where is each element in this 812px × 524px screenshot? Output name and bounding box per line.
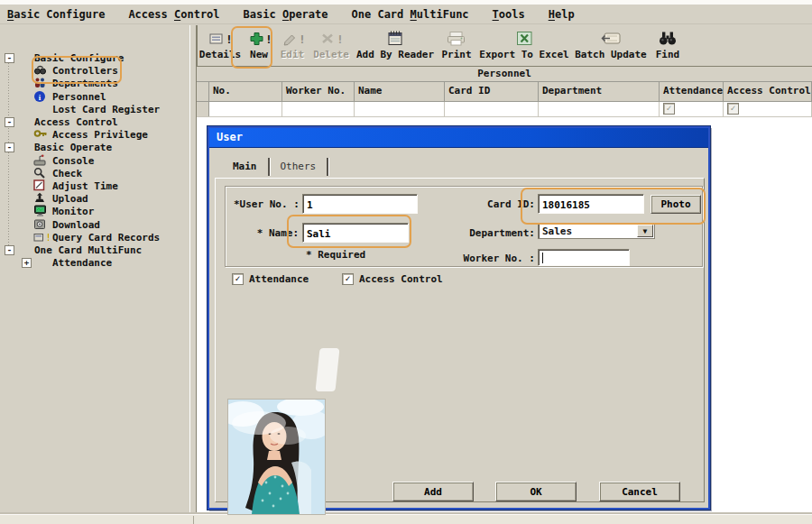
- checkbox-label: Attendance: [249, 273, 309, 285]
- tree-item-label: Lost Card Register: [52, 104, 160, 115]
- card-id-label: Card ID:: [441, 198, 535, 210]
- tree-item-label: One Card MultiFunc: [34, 244, 142, 256]
- toolbar-button-add-by-reader[interactable]: Add By Reader: [355, 27, 435, 65]
- tab-main[interactable]: Main: [226, 158, 264, 176]
- edit-icon: !: [281, 27, 304, 49]
- tree-item-download[interactable]: Download: [0, 219, 189, 232]
- tree-item-lost-card-register[interactable]: Lost Card Register: [0, 104, 189, 116]
- svg-text:!: !: [46, 231, 50, 243]
- checkbox-access-control[interactable]: ✓Access Control: [342, 272, 443, 285]
- chevron-down-icon[interactable]: ▼: [637, 225, 653, 237]
- add-button[interactable]: Add: [392, 482, 474, 501]
- card-id-input[interactable]: [538, 194, 644, 214]
- toolbar-button-print[interactable]: Print: [438, 27, 475, 65]
- tree-item-adjust-time[interactable]: Adjust Time: [0, 180, 189, 193]
- tab-others[interactable]: Others: [273, 158, 324, 176]
- minus-expander-icon[interactable]: -: [5, 245, 14, 255]
- grid-column-header-card-id[interactable]: Card ID: [445, 82, 539, 101]
- departments-icon: [33, 77, 48, 89]
- tree-item-access-privilege[interactable]: Access Privilege: [0, 129, 189, 142]
- checkbox-box-access-control[interactable]: ✓: [342, 273, 354, 285]
- tree-item-basic-configure[interactable]: -Basic Configure: [0, 52, 189, 65]
- grid-column-header-no[interactable]: No.: [209, 82, 282, 101]
- console-icon: [33, 154, 48, 167]
- user-photo-image: [228, 400, 325, 514]
- grid-cell: [445, 102, 539, 116]
- grid-column-header-worker-no[interactable]: Worker No.: [282, 82, 355, 101]
- grid-column-header-attendance[interactable]: Attendance: [660, 82, 724, 101]
- toolbar-button-new[interactable]: !New: [244, 27, 274, 65]
- grid-cell: ✓: [724, 102, 812, 116]
- monitor-icon: [33, 205, 48, 217]
- toolbar-button-export-to-excel[interactable]: Export To Excel: [478, 27, 570, 65]
- dialog-titlebar[interactable]: User: [209, 128, 708, 148]
- tree-item-personnel[interactable]: iPersonnel: [0, 91, 189, 104]
- find-icon: [658, 27, 678, 49]
- tree-item-label: Check: [52, 168, 82, 179]
- tree-item-check[interactable]: Check: [0, 168, 189, 180]
- menu-item-basic-configure[interactable]: Basic Configure: [7, 8, 105, 21]
- toolbar-button-find[interactable]: Find: [651, 27, 684, 65]
- add-by-reader-icon: [386, 27, 404, 49]
- user-photo: [227, 399, 326, 515]
- grid-title: Personnel: [197, 67, 812, 82]
- department-select[interactable]: Sales ▼: [538, 223, 655, 239]
- department-label: Department:: [441, 227, 535, 239]
- tree-item-label: Access Privilege: [52, 129, 148, 141]
- menu-item-one-card-multifunc[interactable]: One Card MultiFunc: [352, 8, 469, 21]
- grid-empty-row[interactable]: ✓✓: [197, 102, 812, 117]
- menu-item-access-control[interactable]: Access Control: [128, 8, 219, 21]
- minus-expander-icon[interactable]: -: [5, 117, 14, 127]
- tree-item-basic-operate[interactable]: -Basic Operate: [0, 142, 189, 154]
- tree-item-label: Controllers: [52, 65, 118, 77]
- checkbox-attendance[interactable]: ✓Attendance: [232, 272, 309, 285]
- grid-cell: ✓: [660, 102, 724, 116]
- print-icon: [446, 27, 467, 49]
- worker-no-input[interactable]: [538, 249, 630, 266]
- minus-expander-icon[interactable]: -: [5, 53, 14, 63]
- menu-item-basic-operate[interactable]: Basic Operate: [244, 8, 328, 21]
- tree-item-query-card-records[interactable]: !Query Card Records: [0, 232, 189, 244]
- user-no-input[interactable]: [302, 194, 418, 214]
- photo-button[interactable]: Photo: [651, 195, 701, 214]
- cancel-button[interactable]: Cancel: [599, 482, 680, 501]
- toolbar: !Details!New!Edit!DeleteAdd By ReaderPri…: [197, 25, 812, 66]
- controllers-icon: [33, 64, 48, 77]
- application-window: Basic ConfigureAccess ControlBasic Opera…: [0, 0, 812, 524]
- worker-no-label: Worker No. :: [441, 253, 535, 264]
- details-icon: !: [209, 27, 231, 49]
- personnel-icon: i: [33, 90, 48, 103]
- tree-item-controllers[interactable]: Controllers: [0, 65, 189, 78]
- adjust-time-icon: [33, 179, 48, 192]
- tab-separator: [327, 158, 328, 176]
- tree-item-console[interactable]: Console: [0, 155, 189, 168]
- menu-item-help[interactable]: Help: [549, 8, 575, 21]
- toolbar-button-batch-update[interactable]: Batch Update: [574, 27, 648, 65]
- attendance-cell-checkbox[interactable]: ✓: [663, 103, 675, 115]
- grid-column-header-department[interactable]: Department: [539, 82, 660, 101]
- toolbar-button-details[interactable]: !Details: [200, 27, 240, 65]
- grid-cell: [355, 102, 445, 116]
- grid-column-header-access-control[interactable]: Access Control: [724, 82, 812, 101]
- plus-expander-icon[interactable]: +: [22, 258, 32, 268]
- menu-item-tools[interactable]: Tools: [493, 8, 525, 21]
- ok-button[interactable]: OK: [495, 482, 577, 501]
- grid-cell: [539, 102, 660, 116]
- toolbar-button-label: Details: [199, 49, 241, 60]
- tree-item-departments[interactable]: Departments: [0, 78, 189, 90]
- tree-item-one-card-multifunc[interactable]: -One Card MultiFunc: [0, 244, 189, 257]
- tree-item-label: Adjust Time: [52, 180, 118, 192]
- grid-column-header-name[interactable]: Name: [355, 82, 445, 101]
- toolbar-button-label: Find: [656, 49, 680, 60]
- minus-expander-icon[interactable]: -: [5, 142, 14, 152]
- name-input[interactable]: [302, 223, 409, 243]
- checkbox-box-attendance[interactable]: ✓: [232, 273, 244, 285]
- tree-item-upload[interactable]: Upload: [0, 193, 189, 206]
- tree-item-attendance[interactable]: +Attendance: [0, 257, 189, 270]
- tree-item-label: Attendance: [52, 257, 112, 269]
- tree-item-access-control[interactable]: -Access Control: [0, 116, 189, 129]
- tree-item-label: Departments: [52, 78, 118, 89]
- tree-item-monitor[interactable]: Monitor: [0, 206, 189, 218]
- navigation-tree: -Basic ConfigureControllersDepartmentsiP…: [0, 25, 189, 514]
- access-control-cell-checkbox[interactable]: ✓: [727, 103, 739, 115]
